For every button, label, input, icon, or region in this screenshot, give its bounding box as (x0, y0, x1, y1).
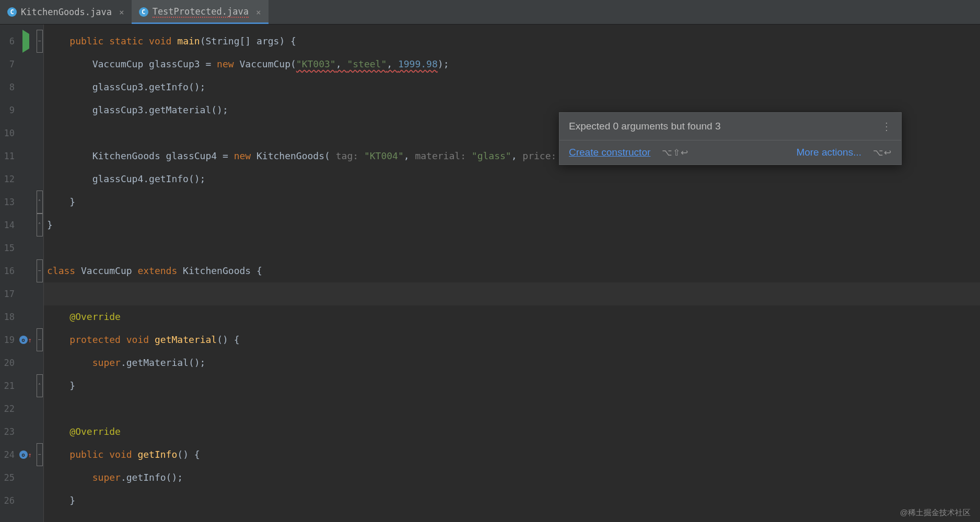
line-number: 23 (0, 420, 16, 443)
line-number: 21 (0, 374, 16, 397)
line-number: 19 (0, 328, 16, 351)
icon-gutter: o↑o↑ (16, 25, 36, 522)
up-arrow-icon: ↑ (28, 451, 32, 459)
tab-kitchengoods[interactable]: C KitchenGoods.java × (0, 0, 132, 24)
line-number: 10 (0, 122, 16, 145)
fold-icon[interactable]: ˄ (37, 213, 43, 236)
close-icon[interactable]: × (116, 7, 124, 17)
shortcut-hint: ⌥↩ (873, 147, 892, 158)
code-area[interactable]: public static void main(String[] args) {… (44, 25, 980, 522)
line-number: 17 (0, 282, 16, 305)
line-number: 15 (0, 236, 16, 259)
line-number: 6 (0, 30, 16, 53)
up-arrow-icon: ↑ (28, 336, 32, 344)
tab-testprotected[interactable]: C TestProtected.java × (132, 0, 269, 24)
fold-icon[interactable]: − (37, 259, 43, 282)
line-number: 26 (0, 489, 16, 512)
line-number: 12 (0, 168, 16, 191)
code-line[interactable]: @Override (44, 420, 980, 443)
override-icon[interactable]: o (19, 450, 28, 459)
code-line[interactable]: public static void main(String[] args) { (44, 30, 980, 53)
fold-gutter: −˄˄−−˄− (36, 25, 44, 522)
line-number: 14 (0, 213, 16, 236)
line-number: 13 (0, 191, 16, 213)
code-line[interactable]: super.getInfo(); (44, 466, 980, 489)
editor: 67891011121314151617181920212223242526 o… (0, 25, 980, 522)
line-number-gutter: 67891011121314151617181920212223242526 (0, 25, 16, 522)
java-class-icon: C (139, 7, 148, 17)
tab-label: KitchenGoods.java (21, 7, 112, 17)
close-icon[interactable]: × (253, 7, 261, 17)
code-line[interactable]: } (44, 213, 980, 236)
code-line[interactable]: VaccumCup glassCup3 = new VaccumCup("KT0… (44, 53, 980, 76)
error-tooltip: Expected 0 arguments but found 3 ⋮ Creat… (559, 112, 902, 165)
error-message: Expected 0 arguments but found 3 (569, 121, 720, 132)
line-number: 7 (0, 53, 16, 76)
create-constructor-link[interactable]: Create constructor (569, 147, 650, 158)
code-line[interactable]: public void getInfo() { (44, 443, 980, 466)
fold-icon[interactable]: − (37, 328, 43, 351)
line-number: 9 (0, 99, 16, 122)
code-line[interactable]: } (44, 489, 980, 512)
code-line[interactable]: glassCup4.getInfo(); (44, 168, 980, 191)
run-icon[interactable] (22, 30, 29, 53)
java-class-icon: C (7, 7, 17, 17)
code-line[interactable]: protected void getMaterial() { (44, 328, 980, 351)
code-line[interactable]: } (44, 191, 980, 213)
watermark: @稀土掘金技术社区 (900, 508, 971, 518)
fold-icon[interactable]: ˄ (37, 191, 43, 213)
code-line[interactable] (44, 236, 980, 259)
line-number: 18 (0, 305, 16, 328)
line-number: 25 (0, 466, 16, 489)
shortcut-hint: ⌥⇧↩ (662, 147, 689, 158)
line-number: 24 (0, 443, 16, 466)
fold-icon[interactable]: − (37, 30, 43, 53)
line-number: 22 (0, 397, 16, 420)
code-line[interactable] (44, 397, 980, 420)
more-actions-link[interactable]: More actions... (796, 147, 861, 158)
tab-bar: C KitchenGoods.java × C TestProtected.ja… (0, 0, 980, 25)
code-line[interactable] (44, 282, 980, 305)
code-line[interactable]: class VaccumCup extends KitchenGoods { (44, 259, 980, 282)
line-number: 16 (0, 259, 16, 282)
code-line[interactable]: } (44, 374, 980, 397)
override-icon[interactable]: o (19, 336, 28, 344)
fold-icon[interactable]: ˄ (37, 374, 43, 397)
fold-icon[interactable]: − (37, 443, 43, 466)
line-number: 20 (0, 351, 16, 374)
code-line[interactable]: super.getMaterial(); (44, 351, 980, 374)
line-number: 11 (0, 145, 16, 168)
more-icon[interactable]: ⋮ (881, 120, 892, 133)
code-line[interactable]: glassCup3.getInfo(); (44, 76, 980, 99)
code-line[interactable]: @Override (44, 305, 980, 328)
tab-label: TestProtected.java (153, 6, 249, 18)
line-number: 8 (0, 76, 16, 99)
